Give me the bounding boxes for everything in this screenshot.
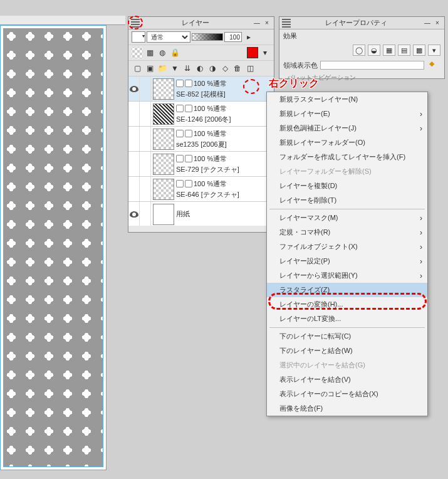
opacity-slider[interactable] xyxy=(192,33,223,41)
visibility-toggle[interactable] xyxy=(128,127,140,151)
annotation-right-click-label: 右クリック xyxy=(269,77,319,90)
lock-icon[interactable]: 🔒 xyxy=(169,47,180,58)
bucket-icon[interactable]: ◆ xyxy=(429,60,440,71)
annotation-rasterize-rect xyxy=(268,293,427,310)
layer-name: SE-852 [花模様] xyxy=(176,90,274,99)
blend-mode-select[interactable]: 通常 xyxy=(147,31,190,43)
layer-thumbnail xyxy=(153,204,174,225)
context-menu-item[interactable]: レイヤーを複製(D) xyxy=(267,179,427,193)
lock-toggle[interactable] xyxy=(140,127,151,151)
layer-color-dropdown-icon[interactable]: ▾ xyxy=(259,47,271,58)
layers-panel: レイヤー — × 通常 ▸ ▦ ◍ 🔒 ▾ ▢ ▣ 📁 ▼ ⇊ ◐ ◑ ◇ 🗑 … xyxy=(128,16,274,233)
reference-icon[interactable]: ▦ xyxy=(144,47,155,58)
context-menu-item[interactable]: レイヤーマスク(M) xyxy=(267,211,427,225)
canvas[interactable] xyxy=(0,25,107,470)
visibility-toggle[interactable] xyxy=(128,76,140,101)
delete-layer-icon[interactable]: 🗑 xyxy=(232,63,243,74)
layer-row[interactable]: 用紙 xyxy=(128,202,274,226)
context-menu-item[interactable]: 下のレイヤーに転写(C) xyxy=(267,329,427,344)
context-menu-item[interactable]: レイヤー設定(P) xyxy=(267,254,427,268)
effect-label: 効果 xyxy=(283,31,297,41)
layer-thumbnail xyxy=(153,103,174,125)
visibility-toggle[interactable] xyxy=(128,177,140,201)
layer-mode-icon xyxy=(185,105,192,112)
layer-type-icon xyxy=(176,130,184,137)
layer-opacity-label: 100 %通常 xyxy=(194,129,227,139)
merge-down-icon[interactable]: ⇊ xyxy=(182,63,193,74)
context-menu-separator xyxy=(269,209,425,209)
context-menu-item[interactable]: フォルダーを作成してレイヤーを挿入(F) xyxy=(267,150,427,164)
layer-color-effect-icon[interactable]: ▤ xyxy=(398,45,410,56)
context-menu-item[interactable]: 表示レイヤーを結合(V) xyxy=(267,372,427,387)
tone-effect-icon[interactable]: ◒ xyxy=(368,45,380,56)
layers-panel-header[interactable]: レイヤー — × xyxy=(128,17,274,29)
context-menu-item[interactable]: レイヤーを削除(T) xyxy=(267,193,427,208)
context-menu-item[interactable]: 表示レイヤーのコピーを結合(X) xyxy=(267,387,427,401)
close-icon[interactable]: × xyxy=(263,19,271,28)
grid-effect-icon[interactable]: ▩ xyxy=(413,45,425,56)
region-color-label: 領域表示色 xyxy=(283,61,318,70)
hamburger-icon[interactable] xyxy=(282,19,291,28)
context-menu-item[interactable]: 新規ラスターレイヤー(N) xyxy=(267,92,427,107)
context-menu-item[interactable]: 下のレイヤーと結合(W) xyxy=(267,344,427,358)
extract-line-icon[interactable]: ▾ xyxy=(428,45,440,56)
layer-mode-icon xyxy=(185,180,192,187)
layer-row[interactable]: 100 %通常SE-1246 [2006冬] xyxy=(128,102,274,127)
visibility-toggle[interactable] xyxy=(128,202,140,226)
layer-property-title: レイヤープロパティ xyxy=(291,18,422,28)
context-menu-item[interactable]: 新規色調補正レイヤー(J) xyxy=(267,121,427,135)
layer-name: SE-1246 [2006冬] xyxy=(176,115,274,124)
layer-color-chip[interactable] xyxy=(247,47,258,58)
context-menu-item[interactable]: ファイルオブジェクト(X) xyxy=(267,239,427,254)
opacity-field[interactable] xyxy=(224,32,242,42)
context-menu-item[interactable]: 新規レイヤーフォルダー(O) xyxy=(267,135,427,150)
draft-icon[interactable]: ◍ xyxy=(157,47,168,58)
apply-mask-icon[interactable]: ◑ xyxy=(207,63,218,74)
context-menu-separator xyxy=(269,327,425,328)
lock-toggle[interactable] xyxy=(140,152,151,176)
horizontal-ruler xyxy=(0,16,125,25)
context-menu-item[interactable]: 新規レイヤー(E) xyxy=(267,107,427,121)
layers-toolbar-1: 通常 ▸ xyxy=(128,29,274,45)
layer-info: 100 %通常se1235 [2006夏] xyxy=(176,129,274,149)
context-menu-item[interactable]: レイヤーから選択範囲(Y) xyxy=(267,268,427,283)
layer-name: SE-729 [テクスチャ] xyxy=(176,165,274,174)
visibility-toggle[interactable] xyxy=(128,102,140,126)
close-icon[interactable]: × xyxy=(433,19,442,28)
lock-toggle[interactable] xyxy=(140,177,151,201)
effect-buttons-row: ◯ ◒ ▦ ▤ ▩ ▾ xyxy=(279,43,444,58)
layer-row[interactable]: 100 %通常SE-729 [テクスチャ] xyxy=(128,152,274,177)
mask-icon[interactable]: ◐ xyxy=(194,63,206,74)
opacity-stepper[interactable]: ▸ xyxy=(243,31,254,43)
layer-opacity-label: 100 %通常 xyxy=(194,179,227,189)
layer-property-header[interactable]: レイヤープロパティ — × xyxy=(279,17,444,29)
transfer-down-icon[interactable]: ▼ xyxy=(169,63,180,74)
palette-color-dropdown[interactable] xyxy=(132,31,145,43)
lock-toggle[interactable] xyxy=(140,76,151,101)
layer-info: 100 %通常SE-646 [テクスチャ] xyxy=(176,179,274,199)
minimize-icon[interactable]: — xyxy=(423,19,432,28)
context-menu-item: 選択中のレイヤーを結合(G) xyxy=(267,358,427,372)
layer-thumbnail xyxy=(153,179,174,200)
border-effect-icon[interactable]: ◯ xyxy=(353,45,365,56)
lock-toggle[interactable] xyxy=(140,202,151,226)
binarize-effect-icon[interactable]: ▦ xyxy=(383,45,395,56)
new-folder-icon[interactable]: 📁 xyxy=(157,63,168,74)
new-vector-icon[interactable]: ▣ xyxy=(144,63,155,74)
layer-row[interactable]: 100 %通常se1235 [2006夏] xyxy=(128,127,274,152)
layer-thumbnail xyxy=(153,129,174,150)
ruler-icon[interactable]: ◇ xyxy=(219,63,231,74)
context-menu-item[interactable]: レイヤーのLT変換... xyxy=(267,312,427,326)
lock-toggle[interactable] xyxy=(140,102,151,126)
visibility-toggle[interactable] xyxy=(128,152,140,176)
layer-mode-icon xyxy=(185,130,192,137)
two-pane-icon[interactable]: ◫ xyxy=(244,63,256,74)
context-menu-item[interactable]: 画像を統合(F) xyxy=(267,401,427,416)
minimize-icon[interactable]: — xyxy=(253,19,261,28)
new-raster-icon[interactable]: ▢ xyxy=(132,63,143,74)
layer-name: 用紙 xyxy=(176,209,274,219)
layer-row[interactable]: 100 %通常SE-646 [テクスチャ] xyxy=(128,177,274,202)
context-menu-item[interactable]: 定規・コマ枠(R) xyxy=(267,225,427,239)
region-color-swatch[interactable] xyxy=(320,61,424,70)
clip-icon[interactable] xyxy=(132,47,143,58)
